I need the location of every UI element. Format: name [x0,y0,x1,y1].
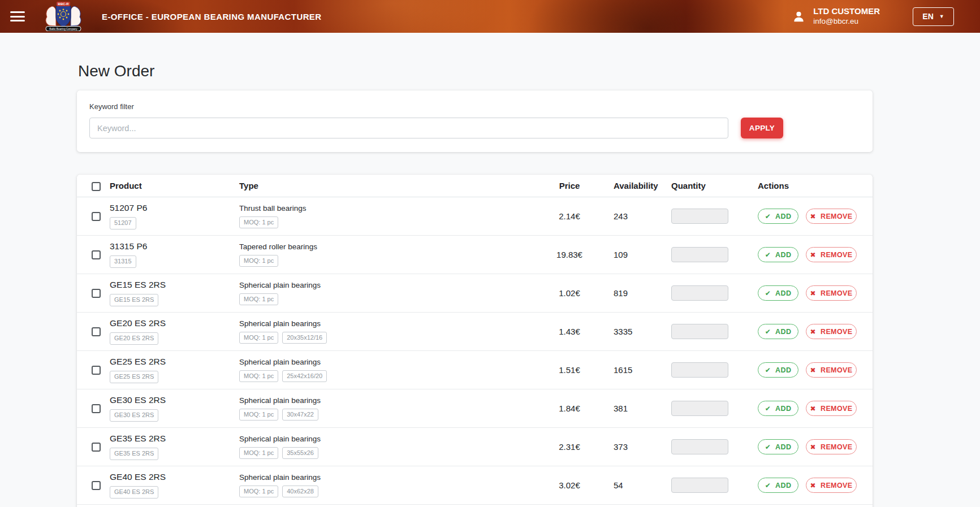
product-name: GE25 ES 2RS [110,357,166,367]
add-button-label: ADD [775,328,791,336]
keyword-filter-label: Keyword filter [89,102,860,111]
quantity-input[interactable] [671,478,728,493]
chip-list: MOQ: 1 pc [239,293,278,305]
remove-button[interactable]: ✖ REMOVE [806,401,857,416]
table-row: GE15 ES 2RS GE15 ES 2RS Spherical plain … [77,274,873,313]
add-button-label: ADD [775,443,791,451]
remove-button[interactable]: ✖ REMOVE [806,324,857,339]
product-code-chip: GE15 ES 2RS [110,294,158,306]
quantity-input[interactable] [671,209,728,224]
add-button[interactable]: ✔ ADD [758,478,798,493]
remove-button-label: REMOVE [821,289,853,297]
quantity-input[interactable] [671,324,728,339]
select-all-checkbox[interactable] [92,182,101,191]
column-header-availability: Availability [592,181,671,190]
chip-list: MOQ: 1 pc25x42x16/20 [239,370,327,382]
add-button-label: ADD [775,289,791,297]
x-icon: ✖ [810,482,815,489]
x-icon: ✖ [810,366,815,374]
x-icon: ✖ [810,213,815,220]
column-header-product: Product [110,181,239,190]
company-logo: BBC-R Baltic Bearing Company [42,2,85,31]
availability-cell: 819 [592,288,671,298]
add-button[interactable]: ✔ ADD [758,285,798,301]
product-code-chip: GE25 ES 2RS [110,371,158,383]
svg-text:Baltic Bearing Company: Baltic Bearing Company [49,28,77,31]
row-checkbox[interactable] [92,366,101,375]
menu-icon[interactable] [10,11,25,21]
check-icon: ✔ [765,482,771,489]
availability-cell: 54 [592,480,671,490]
chip-list: MOQ: 1 pc35x55x26 [239,447,318,459]
row-checkbox[interactable] [92,404,101,413]
user-block[interactable]: LTD CUSTOMER info@bbcr.eu [792,6,880,27]
remove-button-label: REMOVE [821,405,853,413]
user-icon [792,10,805,23]
quantity-input[interactable] [671,247,728,262]
add-button[interactable]: ✔ ADD [758,439,798,454]
chip-list: MOQ: 1 pc [239,255,278,267]
add-button[interactable]: ✔ ADD [758,209,798,224]
availability-cell: 3335 [592,327,671,336]
product-code-chip: GE20 ES 2RS [110,332,158,344]
row-checkbox[interactable] [92,212,101,221]
product-code-chip: 31315 [110,255,136,267]
apply-button[interactable]: APPLY [741,118,783,138]
row-checkbox[interactable] [92,443,101,452]
table-row: GE20 ES 2RS GE20 ES 2RS Spherical plain … [77,313,873,351]
attribute-chip: MOQ: 1 pc [239,255,278,267]
add-button-label: ADD [775,366,791,374]
products-table: Product Type Price Availability Quantity… [77,175,873,507]
quantity-input[interactable] [671,401,728,416]
table-row: 31315 P6 31315 Tapered roller bearings M… [77,236,873,274]
page-title: New Order [78,62,873,80]
check-icon: ✔ [765,443,771,451]
attribute-chip: 25x42x16/20 [282,370,327,382]
row-checkbox[interactable] [92,289,101,298]
row-checkbox[interactable] [92,327,101,336]
row-checkbox[interactable] [92,481,101,490]
price-cell: 2.14€ [547,211,592,221]
x-icon: ✖ [810,251,815,259]
attribute-chip: MOQ: 1 pc [239,370,278,382]
language-code: EN [922,12,933,21]
chevron-down-icon: ▼ [939,14,944,19]
row-checkbox[interactable] [92,250,101,259]
table-row: GE40 ES 2RS GE40 ES 2RS Spherical plain … [77,466,873,505]
column-header-type: Type [239,181,547,190]
remove-button-label: REMOVE [821,366,853,374]
add-button[interactable]: ✔ ADD [758,247,798,262]
product-name: GE15 ES 2RS [110,280,166,290]
price-cell: 1.02€ [547,288,592,298]
table-row: GE30 ES 2RS GE30 ES 2RS Spherical plain … [77,389,873,428]
remove-button[interactable]: ✖ REMOVE [806,209,857,224]
chip-list: MOQ: 1 pc30x47x22 [239,409,318,421]
remove-button[interactable]: ✖ REMOVE [806,439,857,454]
add-button-label: ADD [775,482,791,489]
quantity-input[interactable] [671,439,728,454]
add-button[interactable]: ✔ ADD [758,362,798,378]
price-cell: 19.83€ [547,250,592,259]
product-type: Spherical plain bearings [239,396,321,405]
add-button[interactable]: ✔ ADD [758,324,798,339]
user-email: info@bbcr.eu [813,17,880,27]
price-cell: 1.84€ [547,404,592,413]
remove-button[interactable]: ✖ REMOVE [806,247,857,262]
x-icon: ✖ [810,443,815,451]
remove-button[interactable]: ✖ REMOVE [806,362,857,378]
language-selector[interactable]: EN ▼ [913,7,954,26]
add-button[interactable]: ✔ ADD [758,401,798,416]
product-name: GE30 ES 2RS [110,395,166,405]
quantity-input[interactable] [671,362,728,378]
attribute-chip: 35x55x26 [282,447,318,459]
keyword-input[interactable] [89,118,728,138]
quantity-input[interactable] [671,285,728,301]
remove-button[interactable]: ✖ REMOVE [806,285,857,301]
attribute-chip: 30x47x22 [282,409,318,421]
availability-cell: 1615 [592,365,671,375]
chip-list: MOQ: 1 pc40x62x28 [239,486,318,497]
remove-button[interactable]: ✖ REMOVE [806,478,857,493]
product-code-chip: GE30 ES 2RS [110,409,158,421]
add-button-label: ADD [775,251,791,259]
add-button-label: ADD [775,213,791,220]
